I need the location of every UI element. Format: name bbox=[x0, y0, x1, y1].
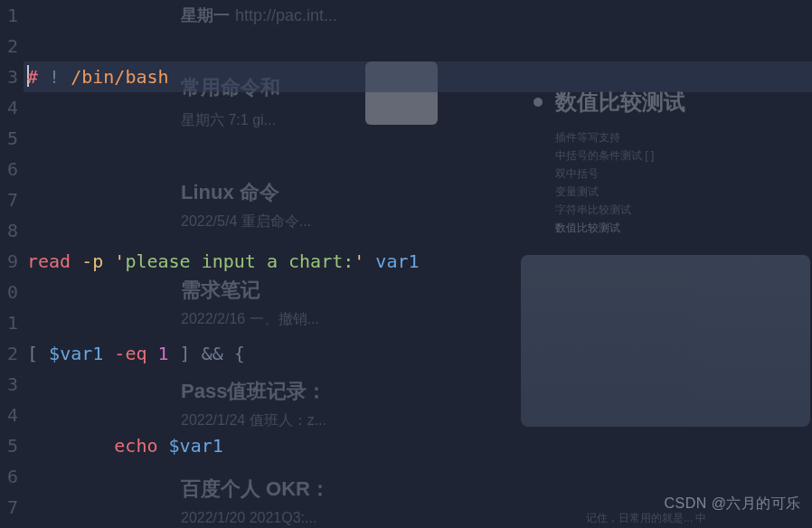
line-number: 1 bbox=[0, 0, 18, 31]
token-bang: ! bbox=[38, 66, 71, 88]
code-line[interactable]: exit 1 bbox=[24, 523, 812, 528]
line-number: 5 bbox=[0, 430, 18, 461]
token-var: $var1 bbox=[49, 343, 114, 364]
token-bracket: ] bbox=[180, 343, 202, 364]
line-number: 3 bbox=[0, 369, 18, 400]
code-line[interactable]: echo $var1 bbox=[24, 430, 812, 461]
token-path: /bin/bash bbox=[71, 66, 168, 88]
token-shebang-hash: # bbox=[27, 66, 38, 88]
line-number: 9 bbox=[0, 246, 18, 277]
token-var: $var1 bbox=[169, 435, 223, 457]
line-number-gutter: 1 2 3 4 5 6 7 8 9 0 1 2 3 4 5 6 7 bbox=[0, 0, 24, 528]
line-number: 7 bbox=[0, 184, 18, 215]
line-number: 6 bbox=[0, 461, 18, 492]
code-area[interactable]: # ! /bin/bash read -p 'please input a ch… bbox=[24, 0, 812, 528]
line-number: 2 bbox=[0, 31, 18, 61]
line-number: 6 bbox=[0, 154, 18, 184]
token-var: var1 bbox=[364, 250, 419, 272]
line-number: 4 bbox=[0, 400, 18, 430]
line-number: 3 bbox=[0, 61, 18, 92]
line-number: 8 bbox=[0, 215, 18, 246]
watermark: CSDN @六月的可乐 bbox=[664, 488, 801, 519]
token-flag: -p bbox=[81, 250, 114, 272]
token-number: 1 bbox=[158, 343, 180, 364]
code-line[interactable]: [ $var1 -eq 1 ] && { bbox=[24, 338, 812, 369]
line-number: 0 bbox=[0, 277, 18, 307]
code-line[interactable]: read -p 'please input a chart:' var1 bbox=[24, 246, 812, 277]
line-number: 4 bbox=[0, 92, 18, 123]
token-cmd: echo bbox=[114, 435, 168, 457]
line-number: 2 bbox=[0, 338, 18, 369]
line-number: 1 bbox=[0, 307, 18, 338]
token-cmd: read bbox=[27, 250, 81, 272]
line-number: 7 bbox=[0, 492, 18, 523]
code-line[interactable]: # ! /bin/bash bbox=[24, 61, 812, 92]
token-bracket: [ bbox=[27, 343, 49, 364]
token-brace: { bbox=[234, 343, 245, 364]
code-editor[interactable]: 1 2 3 4 5 6 7 8 9 0 1 2 3 4 5 6 7 # ! /b… bbox=[0, 0, 812, 528]
code-line[interactable] bbox=[24, 154, 812, 184]
token-quote: ' bbox=[114, 250, 125, 272]
token-op: && bbox=[202, 343, 234, 364]
token-indent bbox=[27, 435, 114, 457]
token-op: -eq bbox=[114, 343, 157, 364]
line-number: 5 bbox=[0, 123, 18, 154]
token-quote: ' bbox=[354, 250, 364, 272]
token-string: please input a chart: bbox=[125, 250, 354, 272]
